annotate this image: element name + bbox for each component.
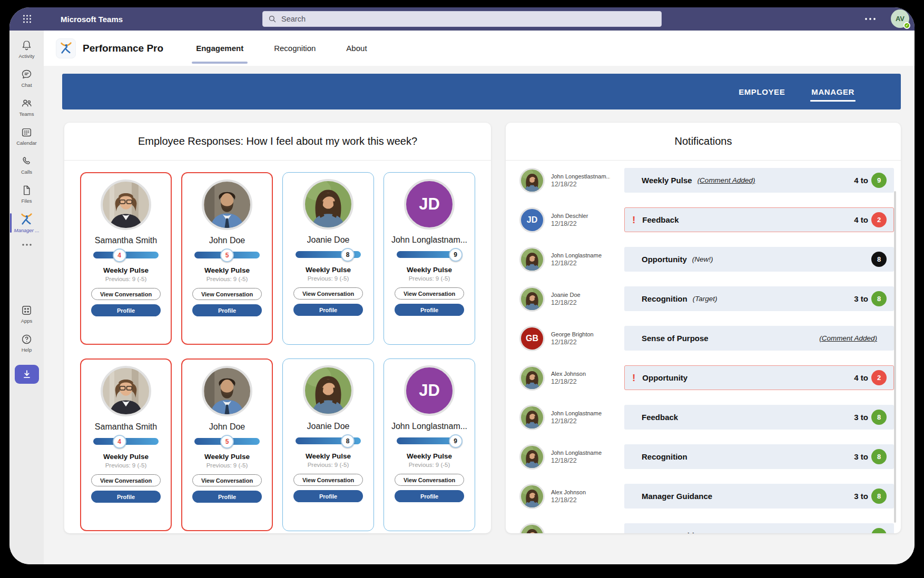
tab-about[interactable]: About	[346, 44, 367, 53]
notification-card[interactable]: ! Opportunity 4 to 2	[624, 365, 894, 390]
sidebar-item-more[interactable]	[9, 237, 44, 253]
person-name: John Longlastname	[551, 450, 610, 456]
person-avatar	[519, 484, 545, 509]
notification-row: ! Manager Guidance 3 to 8	[506, 516, 901, 533]
tab-engagement[interactable]: Engagement	[196, 44, 243, 53]
tab-underline	[810, 100, 856, 102]
sidebar-item-files[interactable]: Files	[9, 180, 44, 208]
slider-thumb[interactable]: 9	[449, 434, 463, 448]
notification-card[interactable]: ! Sense of Purpose (Comment Added)	[624, 326, 894, 351]
sidebar-item-calendar[interactable]: Calendar	[9, 122, 44, 151]
employee-card: JD John Longlastnam... 9 Weekly Pulse Pr…	[384, 172, 475, 345]
pulse-label: Weekly Pulse	[204, 453, 250, 461]
notification-title: Sense of Purpose	[642, 334, 709, 343]
view-conversation-button[interactable]: View Conversation	[91, 474, 161, 486]
employee-name: John Longlastnam...	[391, 235, 467, 245]
view-conversation-button[interactable]: View Conversation	[395, 474, 464, 486]
pulse-slider[interactable]: 4	[93, 252, 159, 258]
teams-top-bar: Microsoft Teams AV ✓	[9, 7, 915, 31]
tab-recognition[interactable]: Recognition	[274, 44, 316, 53]
waffle-menu-icon[interactable]	[22, 14, 32, 24]
notification-row: John Longestlastnam... 12/18/22 ! Weekly…	[506, 161, 901, 200]
sidebar-item-label: Activity	[18, 53, 34, 59]
sidebar-item-activity[interactable]: Activity	[9, 35, 44, 64]
person-avatar: GB	[519, 326, 545, 351]
profile-button[interactable]: Profile	[192, 304, 262, 316]
person-name: Alex Johnson	[551, 489, 610, 495]
previous-score: Previous: 9 (-5)	[207, 276, 248, 282]
notification-title: Opportunity	[642, 255, 687, 264]
employee-card: John Doe 5 Weekly Pulse Previous: 9 (-5)…	[181, 358, 273, 531]
search-input[interactable]	[280, 14, 656, 24]
profile-button[interactable]: Profile	[395, 490, 464, 502]
notification-card[interactable]: ! Weekly Pulse (Comment Added) 4 to 9	[624, 168, 894, 193]
slider-thumb[interactable]: 9	[449, 248, 463, 262]
person-avatar	[519, 444, 545, 470]
notification-card[interactable]: ! Feedback 4 to 2	[624, 207, 894, 232]
view-conversation-button[interactable]: View Conversation	[293, 474, 363, 486]
pulse-slider[interactable]: 8	[296, 251, 361, 258]
view-conversation-button[interactable]: View Conversation	[293, 287, 363, 300]
sidebar-item-help[interactable]: Help	[9, 328, 44, 357]
pulse-slider[interactable]: 5	[194, 252, 260, 258]
sidebar-item-label: Help	[22, 347, 32, 353]
slider-thumb[interactable]: 5	[220, 248, 234, 262]
previous-score: Previous: 9 (-5)	[105, 462, 147, 469]
pulse-label: Weekly Pulse	[103, 453, 149, 461]
notification-card[interactable]: ! Manager Guidance 3 to 8	[624, 523, 894, 533]
notification-date: 12/18/22	[551, 338, 610, 346]
notification-title: Manager Guidance	[642, 531, 712, 533]
score-change-text: 4 to	[854, 176, 868, 185]
sidebar-item-label: Files	[21, 198, 32, 204]
slider-thumb[interactable]: 5	[220, 435, 234, 449]
slider-thumb[interactable]: 8	[341, 248, 355, 262]
download-button[interactable]	[15, 365, 39, 384]
notification-card[interactable]: ! Recognition (Target) 3 to 8	[624, 286, 894, 311]
notification-title: Feedback	[642, 215, 679, 224]
employee-card: Joanie Doe 8 Weekly Pulse Previous: 9 (-…	[282, 172, 374, 345]
sidebar-item-calls[interactable]: Calls	[9, 151, 44, 180]
slider-thumb[interactable]: 8	[341, 434, 355, 448]
user-avatar[interactable]: AV ✓	[891, 9, 909, 28]
slider-thumb[interactable]: 4	[113, 248, 126, 262]
sidebar-item-teams[interactable]: Teams	[9, 93, 44, 122]
view-conversation-button[interactable]: View Conversation	[395, 287, 464, 300]
sidebar-item-label: Calls	[21, 169, 32, 175]
employee-card: John Doe 5 Weekly Pulse Previous: 9 (-5)…	[181, 172, 273, 345]
employee-name: John Longlastnam...	[391, 422, 467, 431]
role-tab-employee[interactable]: EMPLOYEE	[739, 87, 785, 96]
performance-pro-logo-icon	[56, 38, 76, 58]
profile-button[interactable]: Profile	[293, 490, 363, 502]
profile-button[interactable]: Profile	[395, 304, 464, 316]
pulse-slider[interactable]: 9	[397, 251, 462, 258]
pulse-slider[interactable]: 5	[194, 438, 260, 445]
notification-card[interactable]: ! Recognition 3 to 8	[624, 444, 894, 469]
search-icon	[268, 15, 277, 23]
notification-card[interactable]: ! Feedback 3 to 8	[624, 405, 894, 430]
search-box[interactable]	[262, 11, 662, 27]
role-tab-manager[interactable]: MANAGER	[811, 87, 854, 96]
profile-button[interactable]: Profile	[91, 491, 161, 503]
sidebar-item-chat[interactable]: Chat	[9, 64, 44, 93]
more-options-icon[interactable]	[864, 17, 876, 21]
pulse-label: Weekly Pulse	[204, 266, 250, 274]
profile-button[interactable]: Profile	[91, 304, 161, 316]
employee-name: Samantha Smith	[95, 236, 157, 245]
pulse-slider[interactable]: 4	[93, 438, 159, 445]
profile-button[interactable]: Profile	[293, 304, 363, 316]
person-avatar	[519, 168, 545, 193]
notification-row: John Longlastname 12/18/22 ! Feedback 3 …	[506, 397, 901, 437]
pulse-slider[interactable]: 8	[296, 437, 361, 444]
sidebar-item-manager[interactable]: Manager ...	[9, 208, 44, 237]
scrollbar[interactable]	[894, 191, 896, 523]
notification-card[interactable]: ! Manager Guidance 3 to 8	[624, 484, 894, 509]
sidebar-item-apps[interactable]: Apps	[9, 300, 44, 328]
view-conversation-button[interactable]: View Conversation	[91, 288, 161, 300]
notification-card[interactable]: ! Opportunity (New!) 8	[624, 247, 894, 272]
slider-thumb[interactable]: 4	[113, 435, 126, 449]
view-conversation-button[interactable]: View Conversation	[192, 288, 262, 300]
notification-date: 12/18/22	[551, 496, 610, 504]
view-conversation-button[interactable]: View Conversation	[192, 474, 262, 486]
profile-button[interactable]: Profile	[192, 491, 262, 503]
pulse-slider[interactable]: 9	[397, 437, 462, 444]
